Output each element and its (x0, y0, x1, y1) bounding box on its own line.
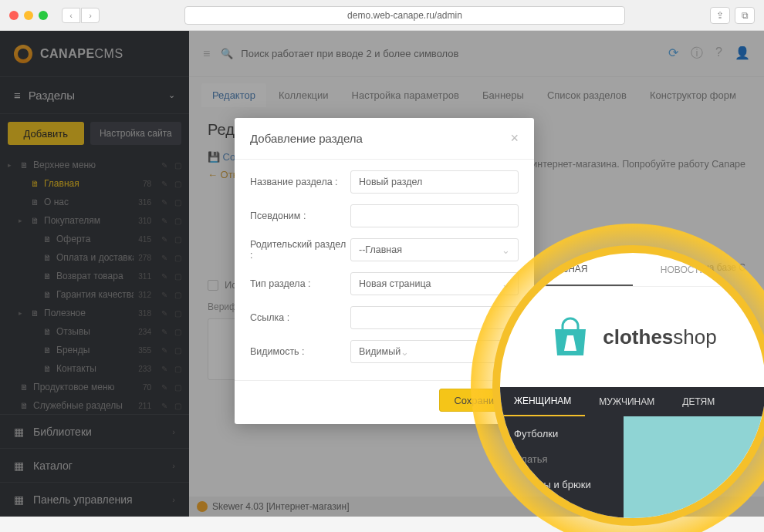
site-config-button[interactable]: Настройка сайта (90, 122, 181, 145)
checkbox-icon[interactable] (208, 280, 218, 291)
close-window[interactable] (9, 11, 19, 20)
field-label-link: Ссылка : (250, 312, 350, 323)
tree-item[interactable]: 🗎Гарантия качества312✎▢ (0, 285, 189, 304)
library-icon: ▦ (14, 426, 24, 438)
search-input[interactable] (241, 48, 658, 59)
tab[interactable]: Конструктор форм (639, 83, 747, 107)
status-icon (197, 501, 208, 512)
search-icon: 🔍 (221, 48, 233, 59)
maximize-window[interactable] (39, 11, 48, 20)
field-label-type: Тип раздела : (250, 278, 350, 289)
bottom-nav-item[interactable]: ▦Панель управления› (0, 483, 189, 517)
tab[interactable]: Редактор (201, 83, 266, 107)
brand-logo[interactable]: CANAPECMS (0, 31, 189, 77)
list-icon: ≡ (14, 89, 21, 102)
field-label-name: Название раздела : (250, 177, 350, 187)
bottom-nav-item[interactable]: ▦Библиотеки› (0, 415, 189, 449)
user-icon[interactable]: 👤 (735, 45, 750, 62)
preview-brand: clothesshop (603, 325, 716, 349)
minimize-window[interactable] (24, 11, 33, 20)
help-icon[interactable]: ? (715, 45, 722, 62)
modal-title: Добавление раздела (250, 132, 363, 145)
preview-nav-men[interactable]: МУЖЧИНАМ (585, 387, 668, 416)
back-button[interactable]: ‹ (62, 8, 80, 23)
tree-item[interactable]: 🗎Главная78✎▢ (0, 174, 189, 193)
tree-item[interactable]: 🗎Отзывы234✎▢ (0, 322, 189, 341)
field-label-parent: Родительский раздел : (250, 239, 350, 261)
url-bar[interactable]: demo.web-canape.ru/admin (184, 6, 625, 25)
section-name-input[interactable] (350, 170, 519, 194)
preview-menu-item[interactable]: Футболки (500, 421, 624, 446)
browser-chrome: ‹ › demo.web-canape.ru/admin ⇪ ⧉ (0, 0, 764, 31)
field-label-visibility: Видимость : (250, 346, 350, 357)
catalog-icon: ▦ (14, 460, 24, 472)
tree-item[interactable]: 🗎Контакты233✎▢ (0, 359, 189, 378)
preview-nav-kids[interactable]: ДЕТЯМ (668, 387, 729, 416)
bottom-nav-item[interactable]: ▦Каталог› (0, 449, 189, 483)
tab-bar: РедакторКоллекцииНастройка параметровБан… (189, 77, 764, 107)
field-label-alias: Псевдоним : (250, 210, 350, 221)
preview-spotlight: ГЛАВНАЯ НОВОСТИ МОДЫ clothesshop ЖЕНЩИНА… (471, 224, 764, 532)
tree-item[interactable]: ▸🗎Верхнее меню✎▢ (0, 156, 189, 174)
close-icon[interactable]: × (510, 130, 519, 146)
save-icon[interactable]: 💾 Со (208, 151, 235, 163)
tree-item[interactable]: 🗎Оферта415✎▢ (0, 230, 189, 248)
sections-tree: ▸🗎Верхнее меню✎▢🗎Главная78✎▢🗎О нас316✎▢▸… (0, 153, 189, 414)
preview-hero-image (624, 416, 764, 524)
back-link[interactable]: ← Отк (208, 169, 237, 180)
brand-name: CANAPECMS (40, 47, 123, 61)
refresh-icon[interactable]: ⟳ (668, 45, 678, 62)
settings-icon: ▦ (14, 493, 24, 506)
tree-item[interactable]: 🗎О нас316✎▢ (0, 193, 189, 211)
tab[interactable]: Коллекции (268, 83, 340, 107)
tab[interactable]: Настройка параметров (341, 83, 470, 107)
logo-icon (14, 45, 32, 63)
preview-nav-women[interactable]: ЖЕНЩИНАМ (500, 387, 585, 416)
tree-item[interactable]: 🗎Продуктовое меню70✎▢ (0, 378, 189, 396)
sidebar: CANAPECMS ≡ Разделы ⌄ Добавить Настройка… (0, 31, 189, 517)
tab[interactable]: Баннеры (472, 83, 535, 107)
window-controls (9, 11, 48, 20)
preview-menu-item[interactable]: Платья (500, 446, 624, 472)
topbar: ≡ 🔍 ⟳ ⓘ ? 👤 (189, 31, 764, 77)
tree-item[interactable]: 🗎Оплата и доставка278✎▢ (0, 248, 189, 267)
search-box[interactable]: 🔍 (221, 48, 658, 59)
chevron-down-icon: ⌄ (168, 90, 175, 100)
info-icon[interactable]: ⓘ (691, 45, 703, 62)
sections-header[interactable]: ≡ Разделы ⌄ (0, 77, 189, 114)
tree-item[interactable]: ▸🗎Покупателям310✎▢ (0, 211, 189, 230)
tree-item[interactable]: 🗎Возврат товара311✎▢ (0, 267, 189, 285)
share-icon[interactable]: ⇪ (710, 7, 730, 24)
bag-icon (549, 315, 592, 359)
tree-item[interactable]: 🗎Бренды355✎▢ (0, 341, 189, 359)
tab[interactable]: Список разделов (536, 83, 637, 107)
tree-item[interactable]: 🗎Служебные разделы211✎▢ (0, 396, 189, 414)
menu-toggle-icon[interactable]: ≡ (203, 47, 210, 61)
forward-button[interactable]: › (81, 8, 100, 23)
tabs-icon[interactable]: ⧉ (735, 7, 755, 24)
tree-item[interactable]: ▸🗎Полезное318✎▢ (0, 304, 189, 322)
add-button[interactable]: Добавить (8, 122, 84, 145)
